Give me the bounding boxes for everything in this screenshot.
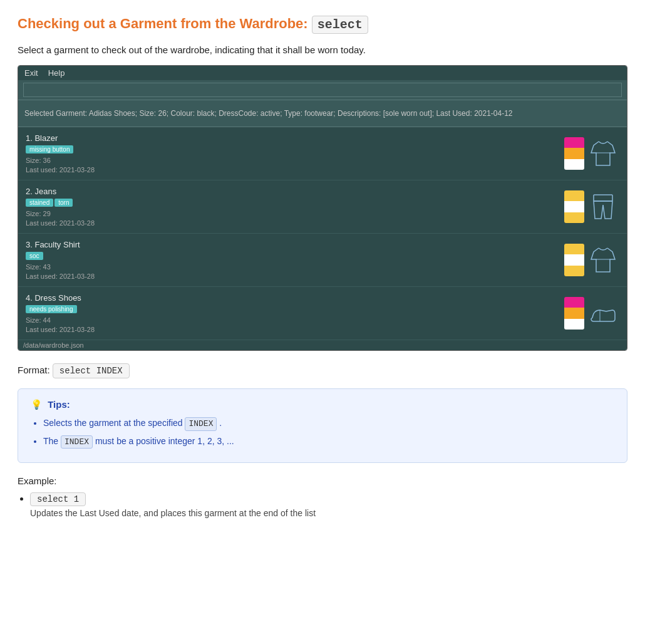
example-description: Updates the Last Used date, and places t… xyxy=(30,508,627,518)
garment-info: 4. Dress Shoes needs polishing Size: 44 … xyxy=(26,293,95,333)
garment-info: 3. Faculty Shirt soc Size: 43 Last used:… xyxy=(26,240,95,280)
garment-size: Size: 43 xyxy=(26,263,95,271)
clothing-icon xyxy=(587,190,619,223)
garment-tags: soc xyxy=(26,251,95,261)
color-badge xyxy=(564,244,584,276)
clothing-icon xyxy=(587,244,619,276)
garment-tags: needs polishing xyxy=(26,304,95,314)
garment-tag: soc xyxy=(26,252,43,260)
status-bar-text: /data/wardrobe.json xyxy=(23,341,84,349)
garment-icons xyxy=(564,297,619,330)
garment-row[interactable]: 1. Blazer missing button Size: 36 Last u… xyxy=(18,127,627,180)
garment-size: Size: 36 xyxy=(26,157,95,164)
garment-name: 1. Blazer xyxy=(26,133,95,143)
app-window: Exit Help Selected Garment: Adidas Shoes… xyxy=(18,65,627,351)
menu-bar: Exit Help xyxy=(18,66,627,80)
garment-tags: stainedtorn xyxy=(26,198,95,208)
example-list: select 1 Updates the Last Used date, and… xyxy=(18,492,627,518)
clothing-icon xyxy=(587,297,619,330)
example-item: select 1 Updates the Last Used date, and… xyxy=(30,492,627,518)
example-label: Example: xyxy=(18,475,627,486)
tip-item: The INDEX must be a positive integer 1, … xyxy=(43,435,614,449)
clothing-icon xyxy=(587,137,619,170)
bulb-icon: 💡 xyxy=(31,399,43,410)
tips-title-text: Tips: xyxy=(48,399,70,410)
garment-icons xyxy=(564,244,619,276)
format-label: Format: xyxy=(18,365,50,375)
garment-row[interactable]: 4. Dress Shoes needs polishing Size: 44 … xyxy=(18,287,627,340)
color-badge xyxy=(564,297,584,330)
garment-name: 4. Dress Shoes xyxy=(26,293,95,303)
color-badge xyxy=(564,190,584,223)
garment-row[interactable]: 3. Faculty Shirt soc Size: 43 Last used:… xyxy=(18,234,627,287)
garment-last-used: Last used: 2021-03-28 xyxy=(26,273,95,280)
garment-tag: stained xyxy=(26,199,53,207)
garment-tag: missing button xyxy=(26,145,73,153)
selected-garment-info: Selected Garment: Adidas Shoes; Size: 26… xyxy=(18,100,627,127)
page-title: Checking out a Garment from the Wardrobe… xyxy=(18,15,627,33)
tips-box: 💡 Tips: Selects the garment at the speci… xyxy=(18,388,627,463)
garment-list: 1. Blazer missing button Size: 36 Last u… xyxy=(18,127,627,340)
menu-help[interactable]: Help xyxy=(48,68,65,78)
garment-last-used: Last used: 2021-03-28 xyxy=(26,326,95,333)
garment-icons xyxy=(564,137,619,170)
format-line: Format: select INDEX xyxy=(18,363,627,378)
tips-list: Selects the garment at the specified IND… xyxy=(31,417,614,449)
input-bar xyxy=(18,80,627,100)
tip-code: INDEX xyxy=(185,417,217,431)
garment-last-used: Last used: 2021-03-28 xyxy=(26,166,95,174)
garment-info: 1. Blazer missing button Size: 36 Last u… xyxy=(26,133,95,174)
title-prefix: Checking out a Garment from the Wardrobe… xyxy=(18,16,308,31)
color-badge xyxy=(564,137,584,170)
garment-name: 3. Faculty Shirt xyxy=(26,240,95,249)
garment-name: 2. Jeans xyxy=(26,187,95,196)
garment-size: Size: 44 xyxy=(26,316,95,324)
garment-row[interactable]: 2. Jeans stainedtorn Size: 29 Last used:… xyxy=(18,180,627,234)
status-bar: /data/wardrobe.json xyxy=(18,340,627,350)
selected-garment-text: Selected Garment: Adidas Shoes; Size: 26… xyxy=(24,109,513,118)
example-command: select 1 xyxy=(30,492,86,506)
tips-title: 💡 Tips: xyxy=(31,399,614,410)
garment-icons xyxy=(564,190,619,223)
subtitle: Select a garment to check out of the war… xyxy=(18,44,627,55)
title-command: select xyxy=(312,16,368,34)
garment-tag: torn xyxy=(54,199,73,207)
garment-last-used: Last used: 2021-03-28 xyxy=(26,219,95,227)
svg-rect-1 xyxy=(594,195,612,201)
garment-info: 2. Jeans stainedtorn Size: 29 Last used:… xyxy=(26,187,95,227)
garment-size: Size: 29 xyxy=(26,210,95,217)
tip-code: INDEX xyxy=(61,435,93,449)
menu-exit[interactable]: Exit xyxy=(24,68,38,78)
format-command: select INDEX xyxy=(53,363,130,378)
tip-item: Selects the garment at the specified IND… xyxy=(43,417,614,431)
garment-tags: missing button xyxy=(26,145,95,155)
command-input[interactable] xyxy=(23,83,622,97)
garment-tag: needs polishing xyxy=(26,305,77,313)
